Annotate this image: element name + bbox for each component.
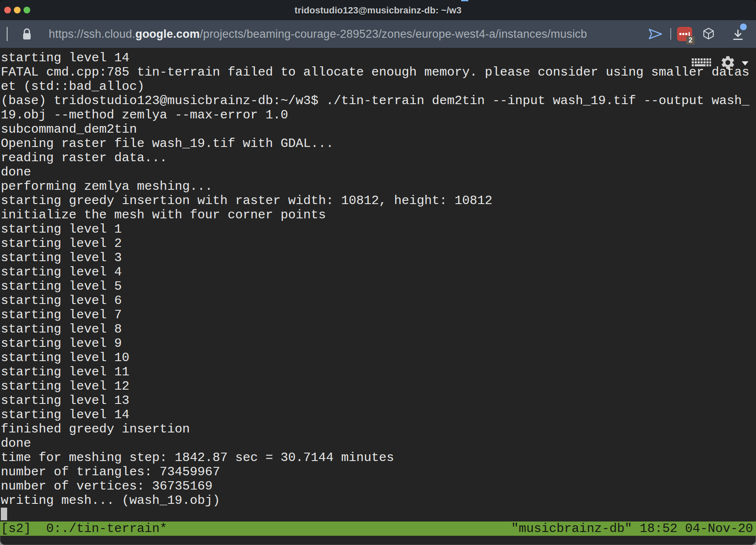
terminal-line: performing zemlya meshing... [1,179,756,194]
terminal-line: starting level 6 [1,293,756,308]
terminal-line: finished greedy insertion [1,422,756,436]
keyboard-icon[interactable] [691,58,711,72]
terminal-line: writing mesh... (wash_19.obj) [1,493,756,508]
toolbar-separator [670,28,671,40]
terminal-line: FATAL cmd.cpp:785 tin-terrain failed to … [1,65,756,79]
window-titlebar[interactable]: tridostudio123@musicbrainz-db: ~/w3 [0,0,756,20]
tmux-status-bar: [s2] 0:./tin-terrain* "musicbrainz-db" 1… [0,521,756,536]
terminal-line: starting level 11 [1,365,756,379]
terminal-line: subcommand_dem2tin [1,122,756,136]
terminal-line: starting level 12 [1,379,756,393]
loading-progress-sliver [461,0,468,1]
password-manager-icon[interactable]: 2 [677,27,692,41]
terminal-line: done [1,436,756,451]
settings-dropdown-caret-icon[interactable] [742,61,748,66]
browser-url-bar: https://ssh.cloud.google.com/projects/be… [0,20,756,48]
terminal-lines: starting level 14FATAL cmd.cpp:785 tin-t… [1,51,756,508]
terminal-line: starting level 3 [1,251,756,265]
terminal-output[interactable]: starting level 14FATAL cmd.cpp:785 tin-t… [0,48,756,521]
terminal-line: number of vertices: 36735169 [1,479,756,493]
terminal-line: starting level 2 [1,236,756,251]
terminal-line: starting level 10 [1,351,756,365]
terminal-cursor [1,508,7,520]
terminal-line: starting level 9 [1,336,756,351]
terminal-line: starting greedy insertion with raster wi… [1,194,756,208]
browser-terminal-window: tridostudio123@musicbrainz-db: ~/w3 http… [0,0,756,545]
url-prefix: https://ssh.cloud. [49,28,135,40]
tmux-session-window: [s2] 0:./tin-terrain* [1,521,167,536]
url-domain: google.com [135,28,200,40]
terminal-line: starting level 13 [1,393,756,408]
download-icon[interactable] [732,29,744,42]
terminal-line: et (std::bad_alloc) [1,79,756,94]
terminal-line: starting level 14 [1,408,756,422]
terminal-line: (base) tridostudio123@musicbrainz-db:~/w… [1,94,756,108]
tmux-host-datetime: "musicbrainz-db" 18:52 04-Nov-20 [511,521,753,536]
terminal-line: done [1,165,756,179]
url-bar-separator [7,27,8,41]
download-notification-dot [740,24,747,30]
zoom-button[interactable] [24,7,30,13]
terminal-line: starting level 14 [1,51,756,65]
lock-icon[interactable] [22,28,32,40]
extensions-cube-icon[interactable] [702,27,715,42]
minimize-button[interactable] [14,7,21,13]
terminal-line: time for meshing step: 1842.87 sec = 30.… [1,451,756,465]
terminal-line: starting level 1 [1,222,756,236]
address-url-text[interactable]: https://ssh.cloud.google.com/projects/be… [49,20,587,48]
terminal-line: starting level 7 [1,308,756,322]
terminal-line: 19.obj --method zemlya --max-error 1.0 [1,108,756,122]
close-button[interactable] [4,7,11,13]
terminal-line: starting level 4 [1,265,756,279]
terminal-line: starting level 5 [1,279,756,293]
extension-badge: 2 [686,36,695,45]
terminal-line: number of triangles: 73459967 [1,465,756,479]
terminal-line: initialize the mesh with four corner poi… [1,208,756,222]
terminal-line: Opening raster file wash_19.tif with GDA… [1,136,756,151]
url-path: /projects/beaming-courage-289523/zones/e… [200,28,587,40]
terminal-line: reading raster data... [1,151,756,165]
terminal-line: starting level 8 [1,322,756,336]
window-title: tridostudio123@musicbrainz-db: ~/w3 [0,0,756,21]
send-icon[interactable] [648,28,663,42]
settings-gear-icon[interactable] [720,55,736,74]
